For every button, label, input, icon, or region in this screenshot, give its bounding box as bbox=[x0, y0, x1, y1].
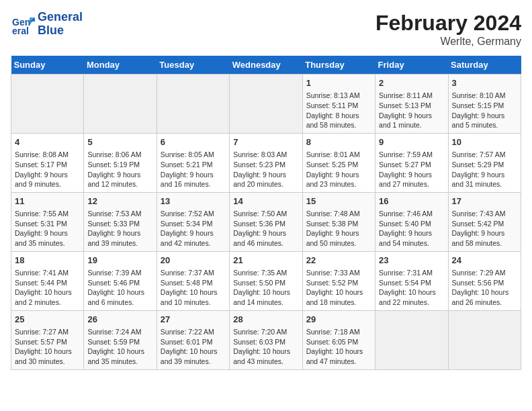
logo-line2: Blue bbox=[38, 24, 83, 38]
day-cell: 12Sunrise: 7:53 AMSunset: 5:33 PMDayligh… bbox=[84, 192, 157, 251]
weekday-thursday: Thursday bbox=[302, 56, 375, 75]
calendar-title: February 2024 bbox=[375, 11, 521, 36]
day-info: Sunrise: 8:11 AMSunset: 5:13 PMDaylight:… bbox=[379, 91, 444, 130]
day-info: Sunrise: 7:43 AMSunset: 5:42 PMDaylight:… bbox=[452, 209, 517, 248]
weekday-saturday: Saturday bbox=[448, 56, 521, 75]
day-number: 15 bbox=[306, 195, 371, 208]
day-info: Sunrise: 8:08 AMSunset: 5:17 PMDaylight:… bbox=[15, 150, 80, 189]
weekday-tuesday: Tuesday bbox=[157, 56, 229, 75]
day-info: Sunrise: 8:01 AMSunset: 5:25 PMDaylight:… bbox=[306, 150, 371, 189]
day-info: Sunrise: 7:22 AMSunset: 6:01 PMDaylight:… bbox=[161, 327, 226, 367]
day-info: Sunrise: 7:48 AMSunset: 5:38 PMDaylight:… bbox=[306, 209, 371, 248]
day-cell: 29Sunrise: 7:18 AMSunset: 6:05 PMDayligh… bbox=[302, 310, 375, 369]
week-row-4: 18Sunrise: 7:41 AMSunset: 5:44 PMDayligh… bbox=[11, 251, 521, 310]
logo-icon: Gen eral bbox=[11, 12, 35, 36]
day-number: 2 bbox=[379, 77, 444, 89]
day-number: 5 bbox=[87, 136, 152, 148]
day-cell: 2Sunrise: 8:11 AMSunset: 5:13 PMDaylight… bbox=[375, 75, 448, 134]
weekday-wednesday: Wednesday bbox=[230, 56, 302, 75]
day-info: Sunrise: 8:03 AMSunset: 5:23 PMDaylight:… bbox=[233, 150, 298, 189]
day-number: 4 bbox=[15, 136, 80, 148]
day-info: Sunrise: 7:20 AMSunset: 6:03 PMDaylight:… bbox=[233, 327, 298, 367]
day-number: 10 bbox=[452, 136, 517, 148]
week-row-5: 25Sunrise: 7:27 AMSunset: 5:57 PMDayligh… bbox=[11, 310, 521, 369]
day-info: Sunrise: 7:59 AMSunset: 5:27 PMDaylight:… bbox=[379, 150, 444, 189]
day-cell: 14Sunrise: 7:50 AMSunset: 5:36 PMDayligh… bbox=[230, 192, 302, 251]
day-cell: 13Sunrise: 7:52 AMSunset: 5:34 PMDayligh… bbox=[157, 192, 229, 251]
calendar-table: SundayMondayTuesdayWednesdayThursdayFrid… bbox=[11, 56, 521, 370]
day-info: Sunrise: 7:35 AMSunset: 5:50 PMDaylight:… bbox=[233, 268, 298, 308]
weekday-sunday: Sunday bbox=[11, 56, 84, 75]
day-info: Sunrise: 7:52 AMSunset: 5:34 PMDaylight:… bbox=[161, 209, 226, 248]
day-number: 18 bbox=[15, 255, 80, 267]
day-cell: 8Sunrise: 8:01 AMSunset: 5:25 PMDaylight… bbox=[302, 133, 375, 192]
day-cell: 19Sunrise: 7:39 AMSunset: 5:46 PMDayligh… bbox=[84, 251, 157, 310]
day-number: 8 bbox=[306, 136, 371, 148]
day-info: Sunrise: 7:39 AMSunset: 5:46 PMDaylight:… bbox=[87, 268, 152, 308]
day-info: Sunrise: 7:41 AMSunset: 5:44 PMDaylight:… bbox=[15, 268, 80, 308]
day-number: 20 bbox=[161, 255, 226, 267]
day-info: Sunrise: 8:13 AMSunset: 5:11 PMDaylight:… bbox=[306, 91, 371, 130]
day-number: 24 bbox=[452, 255, 517, 267]
day-cell: 24Sunrise: 7:29 AMSunset: 5:56 PMDayligh… bbox=[448, 251, 521, 310]
day-number: 23 bbox=[379, 255, 444, 267]
weekday-friday: Friday bbox=[375, 56, 448, 75]
day-number: 14 bbox=[233, 195, 298, 208]
day-number: 3 bbox=[452, 77, 517, 89]
weekday-monday: Monday bbox=[84, 56, 157, 75]
day-cell: 20Sunrise: 7:37 AMSunset: 5:48 PMDayligh… bbox=[157, 251, 229, 310]
week-row-3: 11Sunrise: 7:55 AMSunset: 5:31 PMDayligh… bbox=[11, 192, 521, 251]
day-cell bbox=[230, 75, 302, 134]
day-cell: 5Sunrise: 8:06 AMSunset: 5:19 PMDaylight… bbox=[84, 133, 157, 192]
day-info: Sunrise: 7:37 AMSunset: 5:48 PMDaylight:… bbox=[161, 268, 226, 308]
day-cell: 1Sunrise: 8:13 AMSunset: 5:11 PMDaylight… bbox=[302, 75, 375, 134]
page-header: Gen eral General Blue February 2024 Werl… bbox=[11, 11, 521, 48]
day-number: 6 bbox=[161, 136, 226, 148]
day-number: 9 bbox=[379, 136, 444, 148]
day-cell: 4Sunrise: 8:08 AMSunset: 5:17 PMDaylight… bbox=[11, 133, 84, 192]
day-number: 29 bbox=[306, 314, 371, 326]
day-cell: 16Sunrise: 7:46 AMSunset: 5:40 PMDayligh… bbox=[375, 192, 448, 251]
day-cell bbox=[84, 75, 157, 134]
day-number: 11 bbox=[15, 195, 80, 208]
day-number: 21 bbox=[233, 255, 298, 267]
day-info: Sunrise: 7:18 AMSunset: 6:05 PMDaylight:… bbox=[306, 327, 371, 367]
logo-line1: General bbox=[38, 11, 83, 24]
day-cell bbox=[375, 310, 448, 369]
day-info: Sunrise: 8:06 AMSunset: 5:19 PMDaylight:… bbox=[87, 150, 152, 189]
day-number: 19 bbox=[87, 255, 152, 267]
day-cell: 11Sunrise: 7:55 AMSunset: 5:31 PMDayligh… bbox=[11, 192, 84, 251]
day-cell: 28Sunrise: 7:20 AMSunset: 6:03 PMDayligh… bbox=[230, 310, 302, 369]
svg-text:eral: eral bbox=[12, 26, 29, 36]
day-cell: 18Sunrise: 7:41 AMSunset: 5:44 PMDayligh… bbox=[11, 251, 84, 310]
title-block: February 2024 Werlte, Germany bbox=[375, 11, 521, 48]
day-cell: 6Sunrise: 8:05 AMSunset: 5:21 PMDaylight… bbox=[157, 133, 229, 192]
day-info: Sunrise: 7:27 AMSunset: 5:57 PMDaylight:… bbox=[15, 327, 80, 367]
day-cell: 17Sunrise: 7:43 AMSunset: 5:42 PMDayligh… bbox=[448, 192, 521, 251]
logo: Gen eral General Blue bbox=[11, 11, 83, 38]
day-cell: 10Sunrise: 7:57 AMSunset: 5:29 PMDayligh… bbox=[448, 133, 521, 192]
day-info: Sunrise: 7:46 AMSunset: 5:40 PMDaylight:… bbox=[379, 209, 444, 248]
day-number: 12 bbox=[87, 195, 152, 208]
day-cell: 27Sunrise: 7:22 AMSunset: 6:01 PMDayligh… bbox=[157, 310, 229, 369]
day-info: Sunrise: 7:29 AMSunset: 5:56 PMDaylight:… bbox=[452, 268, 517, 308]
day-info: Sunrise: 8:05 AMSunset: 5:21 PMDaylight:… bbox=[161, 150, 226, 189]
week-row-1: 1Sunrise: 8:13 AMSunset: 5:11 PMDaylight… bbox=[11, 75, 521, 134]
day-number: 1 bbox=[306, 77, 371, 89]
day-cell: 22Sunrise: 7:33 AMSunset: 5:52 PMDayligh… bbox=[302, 251, 375, 310]
day-number: 28 bbox=[233, 314, 298, 326]
calendar-header: SundayMondayTuesdayWednesdayThursdayFrid… bbox=[11, 56, 521, 75]
day-info: Sunrise: 7:50 AMSunset: 5:36 PMDaylight:… bbox=[233, 209, 298, 248]
day-number: 7 bbox=[233, 136, 298, 148]
day-number: 25 bbox=[15, 314, 80, 326]
weekday-header-row: SundayMondayTuesdayWednesdayThursdayFrid… bbox=[11, 56, 521, 75]
day-cell: 15Sunrise: 7:48 AMSunset: 5:38 PMDayligh… bbox=[302, 192, 375, 251]
day-number: 26 bbox=[87, 314, 152, 326]
day-cell: 3Sunrise: 8:10 AMSunset: 5:15 PMDaylight… bbox=[448, 75, 521, 134]
calendar-body: 1Sunrise: 8:13 AMSunset: 5:11 PMDaylight… bbox=[11, 75, 521, 370]
day-cell: 25Sunrise: 7:27 AMSunset: 5:57 PMDayligh… bbox=[11, 310, 84, 369]
day-info: Sunrise: 7:24 AMSunset: 5:59 PMDaylight:… bbox=[87, 327, 152, 367]
day-info: Sunrise: 8:10 AMSunset: 5:15 PMDaylight:… bbox=[452, 91, 517, 130]
day-info: Sunrise: 7:53 AMSunset: 5:33 PMDaylight:… bbox=[87, 209, 152, 248]
day-info: Sunrise: 7:31 AMSunset: 5:54 PMDaylight:… bbox=[379, 268, 444, 308]
